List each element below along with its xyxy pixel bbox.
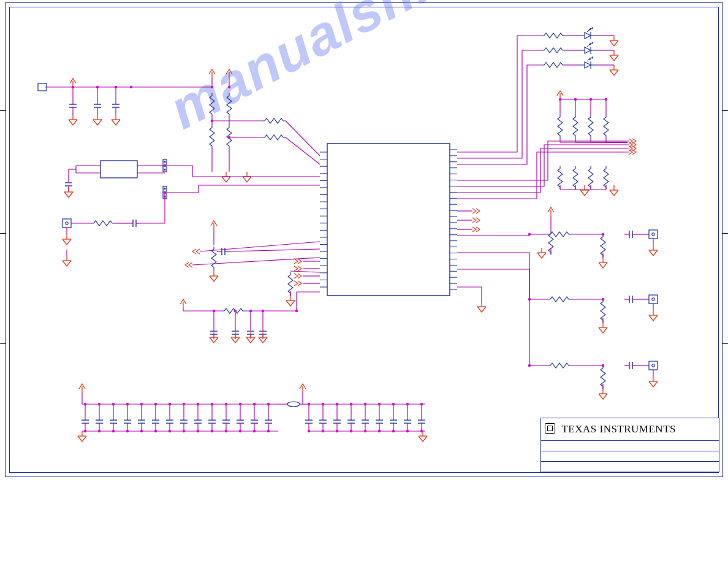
frame-tick (0, 233, 6, 234)
svg-rect-69 (38, 83, 47, 91)
frame-tick (722, 343, 728, 344)
frame-tick (722, 110, 728, 111)
frame-tick (0, 110, 6, 111)
schematic-canvas (9, 7, 719, 473)
frame-tick (0, 343, 6, 344)
svg-rect-24 (327, 144, 450, 296)
frame-tick (722, 233, 728, 234)
page: { "meta": { "title_company": "TEXAS INST… (0, 0, 728, 563)
svg-rect-70 (100, 161, 137, 178)
